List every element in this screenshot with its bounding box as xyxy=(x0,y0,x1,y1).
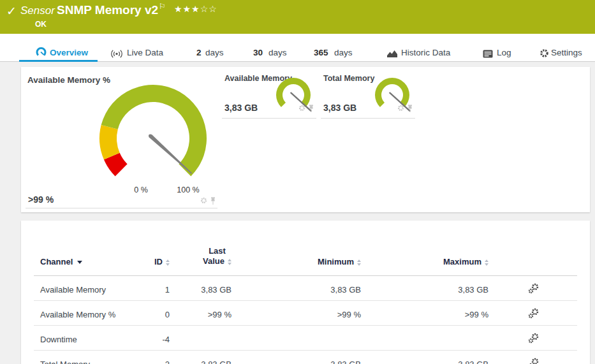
tab-live-data[interactable]: Live Data xyxy=(127,48,163,57)
channel-minimum: >99 % xyxy=(233,301,362,326)
channel-maximum: 3,83 GB xyxy=(362,351,490,364)
column-header-last-value[interactable]: LastValue xyxy=(171,240,233,276)
tab-historic-data[interactable]: Historic Data xyxy=(401,48,450,57)
channel-maximum: >99 % xyxy=(362,301,490,326)
channel-minimum xyxy=(233,326,362,351)
main-gauge-min-label: 0 % xyxy=(125,186,157,194)
table-row: Downtime -4 xyxy=(34,326,577,351)
sort-desc-icon xyxy=(77,261,82,264)
sensor-header: ✓ Sensor SNMP Memory v2 ⚐ ★★★☆☆ OK xyxy=(0,0,595,34)
channel-minimum: 3,83 GB xyxy=(233,351,362,364)
object-kind-label: Sensor xyxy=(20,4,55,17)
live-data-icon[interactable] xyxy=(110,49,124,59)
channel-settings-icon[interactable] xyxy=(528,283,539,296)
channel-settings-icon[interactable] xyxy=(528,308,539,321)
tile-gear-icon[interactable] xyxy=(200,197,207,204)
column-header-channel[interactable]: Channel xyxy=(34,240,152,276)
main-gauge-value: >99 % xyxy=(28,194,54,205)
table-row: Available Memory 1 3,83 GB 3,83 GB 3,83 … xyxy=(34,276,577,301)
main-gauge xyxy=(96,82,217,184)
tab-2-days[interactable]: days xyxy=(205,48,224,57)
tab-settings[interactable]: Settings xyxy=(551,48,582,57)
channel-last-value xyxy=(171,326,233,351)
gauges-card: Available Memory % 0 % 100 % >99 % Avail… xyxy=(21,67,590,212)
sort-toggle-icon xyxy=(485,259,488,266)
channel-last-value: 3,83 GB xyxy=(171,351,233,364)
channel-id: 2 xyxy=(152,351,171,364)
available-memory-gauge-value: 3,83 GB xyxy=(224,103,258,113)
status-check-icon: ✓ xyxy=(6,4,17,18)
log-icon[interactable] xyxy=(483,50,493,58)
tile-pin-icon[interactable] xyxy=(210,197,216,205)
historic-data-icon[interactable] xyxy=(386,49,398,58)
column-header-maximum[interactable]: Maximum xyxy=(362,240,490,276)
channels-card: Channel ID LastValue Minimum Maximum Ava… xyxy=(21,221,590,364)
active-tab-underline xyxy=(19,60,98,62)
page-title: SNMP Memory v2 xyxy=(57,3,158,17)
tab-overview[interactable]: Overview xyxy=(50,48,88,57)
channel-name: Downtime xyxy=(34,326,152,351)
channel-maximum xyxy=(362,326,490,351)
tab-365-days[interactable]: days xyxy=(334,48,353,57)
tile-divider xyxy=(222,118,316,119)
tab-30-days-number[interactable]: 30 xyxy=(253,48,263,57)
channel-maximum: 3,83 GB xyxy=(362,276,490,301)
channel-settings-icon[interactable] xyxy=(528,358,539,364)
sort-toggle-icon xyxy=(166,259,170,266)
tile-gear-icon[interactable] xyxy=(298,105,305,112)
channel-id: 0 xyxy=(152,301,171,326)
channel-name: Total Memory xyxy=(34,351,152,364)
flag-icon[interactable]: ⚐ xyxy=(159,2,166,11)
tile-divider xyxy=(26,208,217,208)
tab-2-days-number[interactable]: 2 xyxy=(196,48,202,57)
table-row: Total Memory 2 3,83 GB 3,83 GB 3,83 GB xyxy=(34,351,577,364)
table-row: Available Memory % 0 >99 % >99 % >99 % xyxy=(34,301,577,326)
total-memory-gauge-title: Total Memory xyxy=(323,74,374,83)
tab-log[interactable]: Log xyxy=(497,48,511,57)
column-header-actions xyxy=(490,240,577,276)
tab-365-days-number[interactable]: 365 xyxy=(314,48,328,57)
channel-name: Available Memory xyxy=(34,276,152,301)
tile-gear-icon[interactable] xyxy=(397,105,404,112)
tab-30-days[interactable]: days xyxy=(268,48,287,57)
channel-id: -4 xyxy=(152,326,171,351)
status-badge: OK xyxy=(35,20,47,29)
main-gauge-max-label: 100 % xyxy=(172,186,204,194)
settings-gear-icon[interactable] xyxy=(540,48,549,58)
tab-bar: Overview Live Data 2 days 30 days 365 da… xyxy=(0,34,595,62)
tile-pin-icon[interactable] xyxy=(308,105,314,113)
sort-toggle-icon xyxy=(357,259,361,266)
column-header-minimum[interactable]: Minimum xyxy=(233,240,362,276)
channel-last-value: 3,83 GB xyxy=(171,276,233,301)
channel-last-value: >99 % xyxy=(171,301,233,326)
sort-toggle-icon xyxy=(228,259,231,265)
channel-name: Available Memory % xyxy=(34,301,152,326)
channel-minimum: 3,83 GB xyxy=(233,276,362,301)
channels-table: Channel ID LastValue Minimum Maximum Ava… xyxy=(34,240,577,364)
tile-divider xyxy=(321,118,415,119)
priority-stars[interactable]: ★★★☆☆ xyxy=(174,4,217,14)
channel-id: 1 xyxy=(152,276,171,301)
tile-pin-icon[interactable] xyxy=(407,105,413,113)
channel-settings-icon[interactable] xyxy=(528,333,539,346)
table-header-row: Channel ID LastValue Minimum Maximum xyxy=(34,240,577,276)
column-header-id[interactable]: ID xyxy=(152,240,171,276)
gauge-icon[interactable] xyxy=(36,47,47,58)
total-memory-gauge-value: 3,83 GB xyxy=(323,103,356,113)
